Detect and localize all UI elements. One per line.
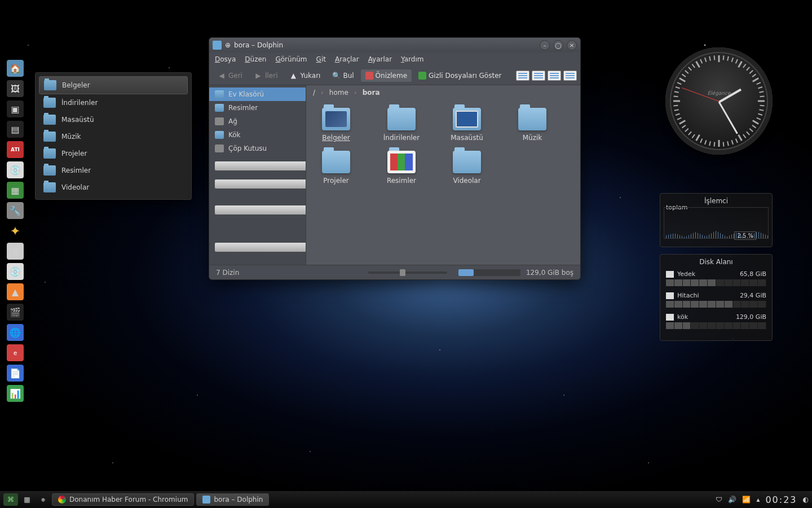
dock-monitor-icon[interactable]: 🖥 — [7, 243, 24, 260]
tray-arrow-icon[interactable]: ▴ — [756, 496, 760, 503]
disk-row-hitachi: Hitachi29,4 GiB — [666, 292, 766, 308]
icon-view[interactable]: Belgeler İndirilenler Masaüstü Müzik Pro… — [306, 100, 580, 265]
dock-settings-icon[interactable]: 🔧 — [7, 202, 24, 219]
breadcrumb-home[interactable]: home — [329, 89, 348, 97]
maximize-button[interactable]: ◯ — [553, 40, 563, 50]
popup-item-masaustu[interactable]: Masaüstü — [39, 111, 188, 128]
dock-pictures-icon[interactable]: 🖼 — [7, 80, 24, 97]
close-button[interactable]: ✕ — [567, 40, 577, 50]
menu-git[interactable]: Git — [316, 55, 326, 63]
file-masaustu[interactable]: Masaüstü — [442, 108, 492, 142]
popup-label: Belgeler — [62, 81, 90, 89]
folder-icon — [215, 104, 224, 112]
folder-icon — [453, 108, 481, 130]
file-videolar[interactable]: Videolar — [442, 151, 492, 185]
disk-bar — [666, 322, 766, 329]
shield-icon[interactable]: 🛡 — [716, 496, 722, 503]
up-button[interactable]: ▲Yukarı — [284, 69, 325, 82]
find-button[interactable]: 🔍Bul — [327, 69, 358, 82]
task-dolphin[interactable]: bora – Dolphin — [196, 493, 269, 506]
start-button[interactable]: ⌘ — [3, 493, 18, 506]
disk-icon — [215, 161, 306, 170]
volume-icon[interactable]: 🔊 — [728, 496, 736, 503]
breadcrumb-root[interactable]: / — [313, 89, 315, 97]
sidebar-readyboost[interactable]: READY BOOST — [209, 155, 306, 177]
forward-button[interactable]: ▶İleri — [249, 69, 283, 82]
disk-bar — [666, 301, 766, 308]
file-resimler[interactable]: Resimler — [376, 151, 427, 185]
folder-icon — [43, 148, 56, 159]
statusbar: 7 Dizin 129,0 GiB boş — [209, 265, 580, 279]
network-icon[interactable]: 📶 — [742, 496, 751, 503]
back-button[interactable]: ◀Geri — [213, 69, 247, 82]
dock-terminal2-icon[interactable]: ▤ — [7, 121, 24, 138]
popup-item-indirilenler[interactable]: İndirilenler — [39, 94, 188, 111]
dock-apps-icon[interactable]: ▦ — [7, 182, 24, 199]
disk-row-yedek: Yedek65,8 GiB — [666, 270, 766, 286]
breadcrumb-current[interactable]: bora — [363, 89, 380, 97]
zoom-slider[interactable] — [368, 271, 447, 274]
dock-ati-icon[interactable]: ATI — [7, 141, 24, 158]
trash-icon — [215, 144, 224, 152]
breadcrumb[interactable]: / › home › bora — [306, 85, 580, 100]
pin-icon[interactable]: ⊕ — [225, 41, 231, 49]
disk-widget[interactable]: Disk Alanı Yedek65,8 GiB Hitachi29,4 GiB… — [660, 254, 773, 341]
task-chromium[interactable]: Donanım Haber Forum - Chromium — [52, 493, 194, 506]
file-indirilenler[interactable]: İndirilenler — [376, 108, 427, 142]
view-columns-button[interactable] — [563, 71, 577, 81]
dock-writer-icon[interactable]: 📄 — [7, 365, 24, 382]
titlebar[interactable]: ⊕ bora – Dolphin – ◯ ✕ — [209, 38, 580, 52]
popup-item-muzik[interactable]: Müzik — [39, 128, 188, 145]
sidebar-resimler[interactable]: Resimler — [209, 101, 306, 115]
menu-araclar[interactable]: Araçlar — [335, 55, 359, 63]
dock-cd-icon[interactable]: 💿 — [7, 263, 24, 280]
view-icons-button[interactable] — [516, 71, 529, 81]
clock-widget[interactable]: Élégance — [665, 47, 773, 155]
dock-vlc-icon[interactable]: ▲ — [7, 283, 24, 300]
file-projeler[interactable]: Projeler — [311, 151, 361, 185]
popup-item-belgeler[interactable]: Belgeler — [39, 76, 188, 94]
sidebar-disk74[interactable]: 74,4 GB Disk Sürücü — [209, 229, 306, 265]
cpu-widget[interactable]: İşlemci toplam 2.5 % — [660, 193, 773, 247]
dock-disc-icon[interactable]: 💿 — [7, 161, 24, 178]
menu-yardim[interactable]: Yardım — [401, 55, 423, 63]
popup-label: Videolar — [61, 183, 89, 191]
dock-web-icon[interactable]: 🌐 — [7, 324, 24, 341]
sidebar-home[interactable]: Ev Klasörü — [209, 87, 306, 101]
menu-dosya[interactable]: Dosya — [215, 55, 236, 63]
disk-title: Disk Alanı — [666, 258, 766, 266]
quick-launch-1[interactable]: ▦ — [20, 493, 34, 506]
dock-calc-icon[interactable]: 📊 — [7, 385, 24, 402]
logout-icon[interactable]: ◐ — [803, 496, 809, 503]
preview-button[interactable]: Önizleme — [361, 69, 412, 82]
view-details-button[interactable] — [548, 71, 561, 81]
dock-pdf-icon[interactable]: e — [7, 344, 24, 361]
hidden-files-button[interactable]: Gizli Dosyaları Göster — [414, 69, 506, 82]
sidebar-yedek[interactable]: Yedek — [209, 177, 306, 191]
dock-terminal-icon[interactable]: ▣ — [7, 100, 24, 117]
file-belgeler[interactable]: Belgeler — [311, 108, 361, 142]
popup-label: İndirilenler — [61, 99, 98, 107]
quick-launch-2[interactable]: ⎈ — [36, 493, 50, 506]
popup-label: Projeler — [61, 150, 87, 157]
sidebar-ag[interactable]: Ağ — [209, 115, 306, 128]
popup-item-projeler[interactable]: Projeler — [39, 145, 188, 162]
sidebar-disk100[interactable]: 100,0 MB Disk Sürücü — [209, 191, 306, 229]
file-muzik[interactable]: Müzik — [507, 108, 558, 142]
menu-duzen[interactable]: Düzen — [245, 55, 266, 63]
window-title: bora – Dolphin — [234, 41, 283, 49]
dock-video-icon[interactable]: 🎬 — [7, 304, 24, 321]
clock-text[interactable]: 00:23 — [765, 494, 797, 505]
menu-ayarlar[interactable]: Ayarlar — [368, 55, 392, 63]
popup-item-videolar[interactable]: Videolar — [39, 179, 188, 196]
sidebar-kok[interactable]: Kök — [209, 128, 306, 142]
popup-item-resimler[interactable]: Resimler — [39, 162, 188, 179]
dock-star-icon[interactable]: ✦ — [7, 222, 24, 239]
folder-icon — [43, 98, 56, 108]
minimize-button[interactable]: – — [540, 40, 550, 50]
view-compact-button[interactable] — [532, 71, 545, 81]
dock-home-icon[interactable]: 🏠 — [7, 60, 24, 77]
menu-gorunum[interactable]: Görünüm — [275, 55, 307, 63]
view-mode-buttons — [516, 71, 577, 81]
sidebar-cop[interactable]: Çöp Kutusu — [209, 142, 306, 155]
